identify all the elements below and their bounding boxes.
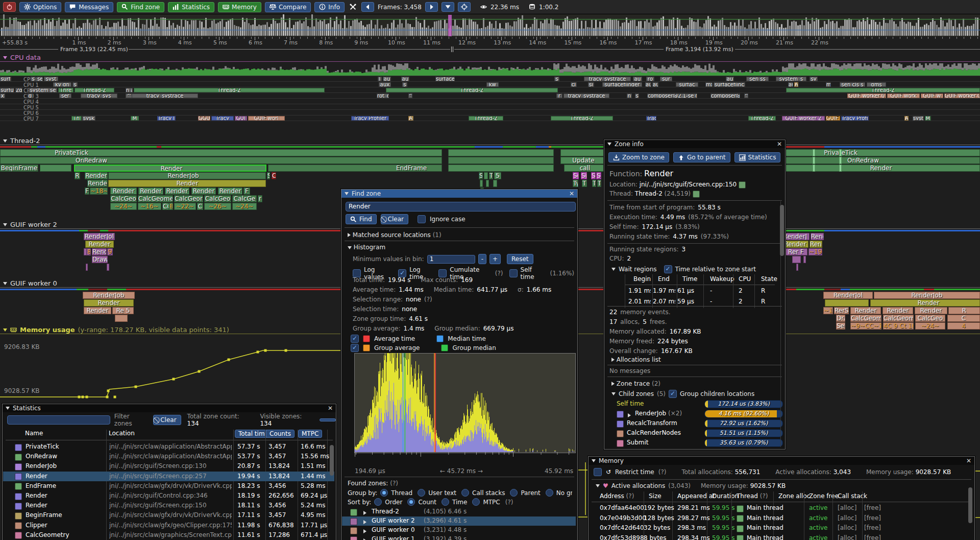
timeline-zone[interactable] (448, 149, 554, 156)
collapse-icon[interactable] (3, 328, 7, 332)
timeline-zone[interactable] (792, 256, 801, 263)
statistics-button[interactable]: Statistics (168, 2, 214, 12)
statistics-row[interactable]: Clipperjni/../jni/src/claw/gfx/geo/Clipp… (3, 521, 334, 530)
cpu-zone-block[interactable]: composer@2.1-se (Hw (647, 93, 697, 98)
found-zone-group[interactable]: GUIF worker 1(3,192) 4.39 s (342, 535, 576, 540)
cpu-zone-block[interactable]: Tracy Profiler (351, 116, 389, 121)
frame-overview-strip[interactable] (0, 14, 980, 37)
timeline-zone[interactable]: call (564, 165, 610, 172)
timeline-zone[interactable]: S (267, 172, 270, 179)
cpu-zone-block[interactable]: s (31, 77, 36, 81)
radio-button[interactable] (461, 489, 469, 497)
cpu-zone-block[interactable]: Tracy I (157, 116, 176, 121)
mem-col-call-stack[interactable]: Call stack (838, 492, 867, 500)
timeline-zone[interactable]: C (272, 172, 276, 179)
timeline-zone[interactable]: ~19~ (808, 248, 822, 255)
frame-3193-label[interactable]: Frame 3,193 (22.45 ms) (60, 46, 128, 53)
close-icon[interactable]: ✕ (777, 140, 782, 148)
col-location[interactable]: Location (109, 430, 135, 437)
timeline-zone[interactable]: PrivateTick (0, 149, 442, 156)
timeline-zone[interactable]: Re 5 (112, 307, 134, 314)
timeline-zone[interactable]: Rend (811, 233, 824, 240)
mem-col-duration[interactable]: Duration (712, 492, 739, 500)
prev-frame-button[interactable] (361, 2, 374, 12)
timeline-zone[interactable]: RenderJob (83, 292, 135, 299)
cpu-zone-block[interactable]: surfaceflinger (602, 82, 642, 87)
found-zone-group[interactable]: Thread-2(4,105) 6.46 s (342, 507, 576, 516)
radio-button[interactable] (407, 498, 415, 506)
cpu-zone-block[interactable]: GUI (235, 116, 247, 121)
timeline-zone[interactable]: Render (870, 299, 980, 307)
cpu-zone-block[interactable]: kv gn (53, 82, 71, 87)
timeline-zone[interactable] (813, 157, 815, 164)
close-icon[interactable]: ✕ (569, 190, 574, 197)
statistics-row[interactable]: PrivateTickjni/../jni/src/claw/applicati… (3, 442, 334, 452)
child-zone-time-bar[interactable]: 51.51 us (1.15%) (704, 429, 783, 437)
cpu-zone-block[interactable]: Trac (646, 116, 656, 121)
cpu-zone-block[interactable]: M (925, 116, 931, 121)
cpu-zone-block[interactable]: GUIF worker 0 (944, 93, 980, 98)
timeline-zone[interactable]: Rend (92, 248, 107, 255)
col-name[interactable]: Name (25, 430, 43, 437)
expand-icon[interactable] (628, 413, 631, 417)
timeline-zone[interactable]: T (597, 180, 601, 187)
timeline-zone[interactable]: Render (218, 187, 242, 195)
cpu-zone-block[interactable]: sur (660, 77, 672, 81)
timeline-zone[interactable]: Dra (836, 315, 845, 322)
timeline-zone[interactable] (40, 165, 71, 172)
memory-titlebar[interactable]: Memory✕ (589, 457, 974, 465)
wait-col-wakeup[interactable]: Wakeup (710, 275, 734, 283)
zone-trace[interactable]: Zone trace (2) (611, 380, 660, 387)
mem-col-thread[interactable]: Thread (?) (737, 492, 768, 500)
expand-icon[interactable] (363, 520, 366, 524)
timeline-zone[interactable]: S (479, 172, 483, 179)
find-zone-titlebar[interactable]: Find zone✕ (341, 190, 577, 198)
checkbox[interactable]: ✓ (664, 265, 672, 273)
child-zone-row[interactable]: RenderJob (×2)4.16 ms (92.60%) (617, 410, 780, 418)
timeline-zone[interactable]: T (592, 180, 596, 187)
cpu-zone-block[interactable]: rot_d (377, 93, 389, 98)
zoom-to-zone-button[interactable]: Zoom to zone (608, 152, 669, 162)
timeline-zone[interactable]: CalcGeome (850, 315, 881, 322)
cpu-zone-block[interactable]: system se (29, 88, 57, 92)
reset-button[interactable]: Reset (507, 254, 533, 264)
timeline-zone[interactable]: Render (84, 299, 134, 307)
collapse-icon[interactable] (596, 484, 600, 487)
cpu-zone-block[interactable]: s (554, 77, 559, 81)
timeline-zone[interactable]: Render (85, 241, 114, 248)
mem-col-appeared-at[interactable]: Appeared at (677, 492, 715, 500)
statistics-row[interactable]: RenderJobjni/../jni/src/guif/Screen.cpp:… (3, 461, 334, 471)
timeline-zone[interactable]: EndFrame (268, 165, 442, 172)
timeline-zone[interactable]: Render (883, 307, 913, 314)
close-icon[interactable]: ✕ (328, 405, 333, 412)
mem-col-address[interactable]: Address (?) (600, 492, 634, 500)
cpu-zone-block[interactable]: Tracy (211, 116, 234, 121)
timeline-zone[interactable] (839, 157, 842, 164)
cpu-zone-block[interactable]: x (0, 93, 5, 98)
timeline-zone[interactable]: ~18~ (90, 187, 108, 195)
timeline-zone[interactable]: S (596, 172, 601, 179)
wait-col-end[interactable]: End (658, 275, 670, 283)
timeline-zone[interactable]: Render (165, 187, 189, 195)
radio-button[interactable] (546, 489, 553, 497)
timeline-zone[interactable]: CalcGeor (174, 195, 203, 202)
statistics-row[interactable]: BeginFramejni/../jni/src/claw/gfx/drv/vk… (3, 510, 334, 520)
child-zone-time-bar[interactable]: 35.63 us (0.79%) (704, 439, 783, 447)
info-button[interactable]: Info (314, 2, 345, 12)
radio-button[interactable] (380, 489, 388, 497)
collapse-icon[interactable] (592, 459, 596, 462)
timeline-zone[interactable]: Render (85, 172, 108, 179)
cpu-zone-block[interactable]: Thread-2 (551, 116, 613, 121)
timeline-zone[interactable]: ~17~ (823, 307, 833, 314)
radio-button[interactable] (374, 498, 382, 506)
col-counts[interactable]: Counts (266, 430, 295, 438)
timeline-zone[interactable]: ~16~ (138, 203, 161, 210)
mem-col-zone-free[interactable]: Zone free (809, 492, 839, 500)
expand-icon[interactable] (363, 529, 366, 533)
statistics-titlebar[interactable]: Statistics✕ (3, 404, 336, 412)
cpu-zone-block[interactable]: Thread-2 (786, 88, 980, 92)
cpu-zone-block[interactable]: Thread-2 (469, 116, 503, 121)
statistics-row[interactable]: CalcGeometryjni/../jni/src/claw/graphics… (3, 530, 334, 540)
power-button[interactable] (3, 2, 16, 12)
cpu-zone-block[interactable]: aux (379, 82, 391, 87)
